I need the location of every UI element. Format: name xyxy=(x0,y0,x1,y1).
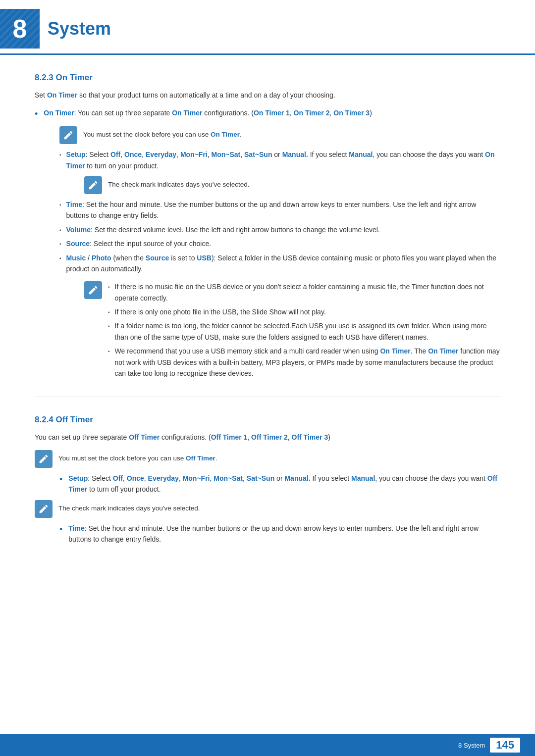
pencil-icon-2 xyxy=(88,180,99,191)
note3-item1: ▪ If there is no music file on the USB d… xyxy=(108,281,500,303)
page-content: 8.2.3 On Timer Set On Timer so that your… xyxy=(0,73,535,589)
footer-text: 8 System xyxy=(458,742,485,749)
bullet-on-timer-config: • On Timer: You can set up three separat… xyxy=(35,107,500,121)
sub-dot-source: ▪ xyxy=(59,240,61,248)
note-icon-824-1 xyxy=(35,450,53,468)
pencil-icon-824-2 xyxy=(38,504,49,514)
note-icon-1 xyxy=(59,126,77,144)
note-icon-824-2 xyxy=(35,500,53,518)
note-823-3-content: ▪ If there is no music file on the USB d… xyxy=(108,279,500,382)
volume-item: ▪ Volume: Set the desired volume level. … xyxy=(59,224,500,235)
on-timer-bold-intro: On Timer xyxy=(47,91,77,99)
sub-dot-volume: ▪ xyxy=(59,226,61,234)
note-823-1: You must set the clock before you can us… xyxy=(59,126,500,382)
setup-text: Setup: Select Off, Once, Everyday, Mon~F… xyxy=(66,149,500,171)
section-823-heading: 8.2.3 On Timer xyxy=(35,73,500,83)
page-footer: 8 System 145 xyxy=(0,734,535,756)
chapter-title: System xyxy=(48,18,111,39)
source-item: ▪ Source: Select the input source of you… xyxy=(59,238,500,249)
note-823-2: The check mark indicates days you've sel… xyxy=(84,176,500,194)
note-824-1: You must set the clock before you can us… xyxy=(35,450,500,468)
section-824-intro: You can set up three separate Off Timer … xyxy=(35,432,500,443)
note-823-2-text: The check mark indicates days you've sel… xyxy=(108,176,249,190)
offtimer-bullet-dot: • xyxy=(59,472,62,487)
setup-item: ▪ Setup: Select Off, Once, Everyday, Mon… xyxy=(59,149,500,171)
time-text: Time: Set the hour and minute. Use the n… xyxy=(66,199,500,221)
volume-text: Volume: Set the desired volume level. Us… xyxy=(66,224,380,235)
page-header: 8 System xyxy=(0,0,535,55)
offtimer-time-section: • Time: Set the hour and minute. Use the… xyxy=(59,523,500,545)
pencil-icon xyxy=(63,130,74,141)
pencil-icon-3 xyxy=(88,285,99,296)
offtimer-setup-text: Setup: Select Off, Once, Everyday, Mon~F… xyxy=(68,473,500,495)
offtimer-setup-section: • Setup: Select Off, Once, Everyday, Mon… xyxy=(59,473,500,495)
music-photo-text: Music / Photo (when the Source is set to… xyxy=(66,252,500,275)
sub-dot-time: ▪ xyxy=(59,201,61,209)
time-sublist: ▪ Time: Set the hour and minute. Use the… xyxy=(59,199,500,274)
offtimer-time-bullet: • Time: Set the hour and minute. Use the… xyxy=(59,523,500,545)
note-824-1-text: You must set the clock before you can us… xyxy=(58,450,217,464)
bullet-on-timer-text: On Timer: You can set up three separate … xyxy=(44,107,372,118)
offtimer-time-dot: • xyxy=(59,522,62,537)
chapter-box: 8 xyxy=(0,9,40,49)
note3-item3: ▪ If a folder name is too long, the fold… xyxy=(108,320,500,343)
note-824-2: The check mark indicates days you've sel… xyxy=(35,500,500,518)
source-text: Source: Select the input source of your … xyxy=(66,238,212,249)
sub-dot-setup: ▪ xyxy=(59,151,61,159)
offtimer-time-text: Time: Set the hour and minute. Use the n… xyxy=(68,523,500,545)
sub-dot-music: ▪ xyxy=(59,254,61,262)
offtimer-time-bullets: • Time: Set the hour and minute. Use the… xyxy=(59,523,500,545)
section-823-bullets: • On Timer: You can set up three separat… xyxy=(35,107,500,121)
setup-sublist: ▪ Setup: Select Off, Once, Everyday, Mon… xyxy=(59,149,500,171)
time-item: ▪ Time: Set the hour and minute. Use the… xyxy=(59,199,500,221)
note-icon-3 xyxy=(84,281,102,299)
section-823-intro: Set On Timer so that your product turns … xyxy=(35,90,500,101)
footer-page-number: 145 xyxy=(490,738,520,753)
pencil-icon-824-1 xyxy=(38,454,49,464)
note-824-2-text: The check mark indicates days you've sel… xyxy=(58,500,200,514)
note-823-1-text: You must set the clock before you can us… xyxy=(83,126,242,140)
bullet-dot-1: • xyxy=(35,107,38,121)
note3-item4: ▪ We recommend that you use a USB memory… xyxy=(108,346,500,379)
chapter-number: 8 xyxy=(13,14,27,44)
section-divider xyxy=(35,397,500,397)
offtimer-setup-bullet: • Setup: Select Off, Once, Everyday, Mon… xyxy=(59,473,500,495)
note3-item2: ▪ If there is only one photo file in the… xyxy=(108,306,500,317)
music-photo-item: ▪ Music / Photo (when the Source is set … xyxy=(59,252,500,275)
section-824-heading: 8.2.4 Off Timer xyxy=(35,415,500,425)
note-3-sublist: ▪ If there is no music file on the USB d… xyxy=(108,281,500,379)
note-823-3: ▪ If there is no music file on the USB d… xyxy=(84,279,500,382)
note-icon-2 xyxy=(84,176,102,194)
offtimer-bullets: • Setup: Select Off, Once, Everyday, Mon… xyxy=(59,473,500,495)
